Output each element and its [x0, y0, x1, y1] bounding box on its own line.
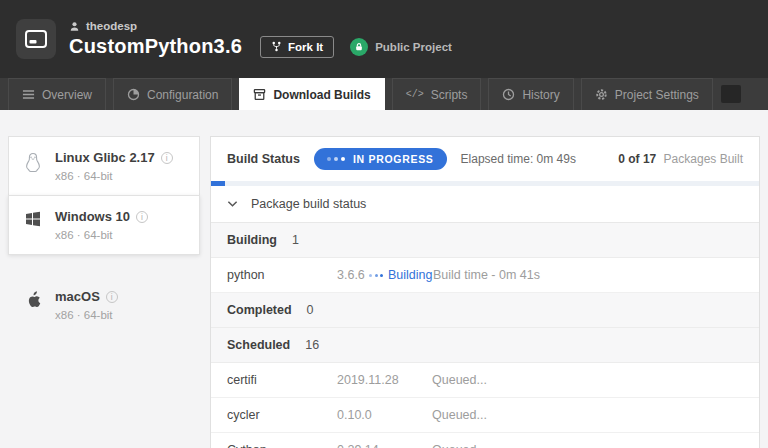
package-version: 0.29.14: [337, 443, 432, 448]
packages-built-count: 0 of 17: [618, 152, 656, 166]
build-status-row: Build Status IN PROGRESS Elapsed time: 0…: [211, 137, 759, 181]
windows-icon: [23, 209, 43, 241]
group-label: Building: [227, 233, 277, 247]
building-dots-icon: [369, 274, 383, 277]
tab-label: Project Settings: [615, 88, 699, 102]
platform-sidebar: Linux Glibc 2.17 i x86 · 64-bit Windows …: [8, 136, 200, 335]
tab-project-settings[interactable]: Project Settings: [581, 78, 713, 110]
group-header-scheduled: Scheduled 16: [211, 328, 759, 363]
linux-icon: [23, 150, 43, 182]
package-building-status: Building: [369, 268, 433, 282]
tab-label: Scripts: [431, 88, 468, 102]
tab-download-builds[interactable]: Download Builds: [239, 78, 384, 110]
info-icon[interactable]: i: [161, 152, 173, 164]
package-row: cycler 0.10.0 Queued...: [211, 398, 759, 433]
package-detail: Build time - 0m 41s: [433, 268, 540, 282]
visibility-indicator: Public Project: [350, 38, 452, 56]
tab-label: Download Builds: [273, 88, 370, 102]
platform-arch: x86 · 64-bit: [55, 229, 148, 241]
platform-name: macOS: [55, 289, 100, 304]
history-icon: [502, 88, 515, 101]
builds-icon: [253, 88, 266, 101]
header-main: theodesp CustomPython3.6 Fork It: [69, 20, 452, 58]
status-badge-label: IN PROGRESS: [353, 153, 434, 165]
platform-name: Linux Glibc 2.17: [55, 150, 155, 165]
menu-icon: [22, 88, 35, 101]
package-build-status-toggle[interactable]: Package build status: [211, 186, 759, 223]
status-badge: IN PROGRESS: [314, 148, 447, 170]
tab-label: Overview: [42, 88, 92, 102]
platform-card-macos[interactable]: macOS i x86 · 64-bit: [8, 275, 200, 335]
build-status-label: Build Status: [227, 152, 300, 166]
progress-dots-icon: [327, 157, 345, 161]
elapsed-time: Elapsed time: 0m 49s: [461, 152, 576, 166]
group-label: Completed: [227, 303, 292, 317]
app-logo-icon[interactable]: [16, 19, 56, 59]
platform-card-linux[interactable]: Linux Glibc 2.17 i x86 · 64-bit: [8, 136, 200, 196]
apple-icon: [23, 289, 43, 321]
tab-configuration[interactable]: Configuration: [113, 78, 232, 110]
tab-scripts[interactable]: </> Scripts: [392, 78, 482, 110]
package-version: 2019.11.28: [337, 373, 432, 387]
info-icon[interactable]: i: [136, 211, 148, 223]
packages-built-label: Packages Built: [664, 152, 743, 166]
project-tab-bar: Overview Configuration Download Builds <…: [0, 78, 768, 110]
package-row: python 3.6.6 Building Build time - 0m 41…: [211, 258, 759, 293]
gear-icon: [595, 88, 608, 101]
tab-label: Configuration: [147, 88, 218, 102]
configuration-icon: [127, 88, 140, 101]
fork-icon: [271, 41, 282, 52]
main-content: Linux Glibc 2.17 i x86 · 64-bit Windows …: [0, 110, 768, 448]
platform-name: Windows 10: [55, 209, 130, 224]
tab-label: History: [522, 88, 559, 102]
info-icon[interactable]: i: [106, 291, 118, 303]
group-label: Scheduled: [227, 338, 290, 352]
package-detail: Queued...: [432, 408, 487, 422]
group-count: 0: [307, 303, 314, 317]
code-icon: </>: [406, 89, 424, 100]
project-header: theodesp CustomPython3.6 Fork It: [0, 0, 768, 78]
group-header-building: Building 1: [211, 223, 759, 258]
packages-built: 0 of 17 Packages Built: [618, 152, 743, 166]
chevron-down-icon: [227, 200, 238, 208]
group-count: 16: [305, 338, 319, 352]
section-title: Package build status: [251, 197, 366, 211]
platform-card-windows[interactable]: Windows 10 i x86 · 64-bit: [8, 195, 200, 255]
package-name: certifi: [227, 373, 337, 387]
package-detail: Queued...: [432, 443, 487, 448]
package-version: 0.10.0: [337, 408, 432, 422]
username-link[interactable]: theodesp: [69, 20, 452, 32]
package-detail: Queued...: [432, 373, 487, 387]
fork-button[interactable]: Fork It: [260, 36, 334, 58]
fork-button-label: Fork It: [288, 41, 323, 53]
tab-bar-extra-icon[interactable]: [721, 85, 741, 103]
package-row: certifi 2019.11.28 Queued...: [211, 363, 759, 398]
platform-arch: x86 · 64-bit: [55, 170, 173, 182]
username-label: theodesp: [86, 20, 137, 32]
package-name: python: [227, 268, 337, 282]
tab-overview[interactable]: Overview: [8, 78, 106, 110]
package-name: cycler: [227, 408, 337, 422]
group-header-completed: Completed 0: [211, 293, 759, 328]
tab-history[interactable]: History: [488, 78, 573, 110]
platform-arch: x86 · 64-bit: [55, 309, 118, 321]
lock-icon: [350, 38, 368, 56]
group-count: 1: [292, 233, 299, 247]
build-status-panel: Build Status IN PROGRESS Elapsed time: 0…: [210, 136, 760, 448]
visibility-label: Public Project: [375, 41, 452, 53]
page-title: CustomPython3.6: [69, 35, 242, 58]
user-icon: [69, 21, 80, 32]
package-status-label: Building: [388, 268, 432, 282]
package-name: Cython: [227, 443, 337, 448]
terminal-icon: [24, 27, 48, 51]
package-row: Cython 0.29.14 Queued...: [211, 433, 759, 448]
package-version: 3.6.6: [337, 268, 369, 282]
